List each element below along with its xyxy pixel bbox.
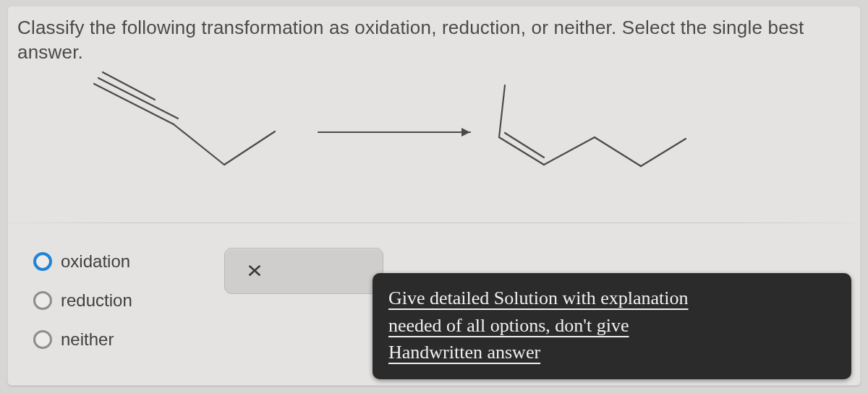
option-label: neither xyxy=(61,329,114,350)
svg-line-1 xyxy=(98,78,178,118)
svg-line-2 xyxy=(103,72,155,100)
close-icon: ✕ xyxy=(246,260,263,282)
option-label: reduction xyxy=(61,290,132,311)
instruction-note: Give detailed Solution with explanation … xyxy=(373,273,851,379)
svg-line-8 xyxy=(499,137,544,165)
svg-line-7 xyxy=(499,85,505,137)
svg-line-12 xyxy=(641,139,686,166)
option-oxidation[interactable]: oxidation xyxy=(33,251,132,272)
note-line-1: Give detailed Solution with explanation xyxy=(388,288,688,308)
note-line-2: needed of all options, don't give xyxy=(388,315,629,336)
dismiss-box[interactable]: ✕ xyxy=(224,248,383,294)
svg-marker-6 xyxy=(461,128,470,137)
note-line-3: Handwritten answer xyxy=(388,342,540,363)
svg-line-10 xyxy=(544,137,595,165)
divider xyxy=(7,223,861,223)
option-neither[interactable]: neither xyxy=(33,329,132,350)
svg-line-4 xyxy=(224,131,275,165)
svg-line-11 xyxy=(595,137,641,166)
svg-line-3 xyxy=(174,124,224,165)
option-reduction[interactable]: reduction xyxy=(33,290,132,311)
reaction-diagram xyxy=(7,56,861,201)
radio-icon xyxy=(33,291,52,310)
answer-options: oxidation reduction neither xyxy=(33,251,132,350)
radio-icon xyxy=(33,330,52,349)
option-label: oxidation xyxy=(61,251,130,272)
question-card: Classify the following transformation as… xyxy=(7,6,861,386)
svg-line-0 xyxy=(94,84,174,124)
radio-icon xyxy=(33,252,52,271)
